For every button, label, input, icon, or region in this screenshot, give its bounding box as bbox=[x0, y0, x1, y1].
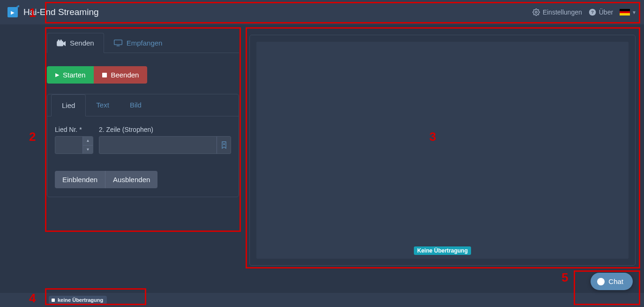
song-nr-input-wrap: ▲ ▼ bbox=[55, 136, 93, 154]
svg-point-5 bbox=[60, 39, 62, 41]
song-nr-label: Lied Nr. * bbox=[55, 126, 93, 133]
play-icon: ▶ bbox=[55, 72, 59, 78]
flag-germany-icon bbox=[620, 9, 630, 15]
svg-point-0 bbox=[535, 11, 537, 13]
stop-button[interactable]: Beenden bbox=[94, 66, 147, 84]
line2-col: 2. Zeile (Strophen) bbox=[99, 126, 231, 154]
fade-buttons: Einblenden Ausblenden bbox=[55, 171, 157, 188]
language-selector[interactable]: ▼ bbox=[620, 9, 637, 15]
svg-text:?: ? bbox=[591, 10, 594, 15]
spin-up[interactable]: ▲ bbox=[83, 137, 93, 146]
question-icon: ? bbox=[589, 8, 596, 16]
line2-input-wrap bbox=[99, 136, 231, 154]
annotation-label-4: 4 bbox=[29, 291, 36, 306]
status-dot-icon bbox=[52, 299, 55, 302]
preview-panel: Keine Übertragung bbox=[239, 28, 644, 293]
tab-receive-label: Empfangen bbox=[127, 39, 163, 47]
status-text: keine Übertragung bbox=[58, 297, 103, 303]
tab-receive[interactable]: Empfangen bbox=[104, 33, 172, 53]
stop-label: Beenden bbox=[111, 71, 139, 79]
fade-in-button[interactable]: Einblenden bbox=[55, 171, 105, 188]
preview-frame: Keine Übertragung bbox=[249, 35, 636, 266]
gear-icon bbox=[532, 8, 540, 16]
stop-icon bbox=[102, 73, 107, 77]
song-form: Lied Nr. * ▲ ▼ 2. Zeile (Strophen) bbox=[55, 126, 231, 154]
annotation-label-1: 1 bbox=[29, 6, 36, 20]
tab-text[interactable]: Text bbox=[86, 94, 120, 116]
no-transmission-badge: Keine Übertragung bbox=[414, 246, 471, 255]
controls-area: ▶ Starten Beenden Lied Text Bild Lied Nr… bbox=[47, 53, 239, 197]
chevron-down-icon: ▼ bbox=[632, 10, 637, 15]
content-card: Lied Text Bild Lied Nr. * ▲ ▼ bbox=[47, 94, 239, 197]
about-link[interactable]: ? Über bbox=[589, 8, 613, 16]
svg-rect-6 bbox=[114, 40, 122, 45]
mode-tabs: Senden Empfangen bbox=[47, 33, 239, 53]
fade-out-button[interactable]: Ausblenden bbox=[105, 171, 157, 188]
preview-canvas: Keine Übertragung bbox=[256, 42, 629, 259]
svg-rect-3 bbox=[57, 41, 63, 46]
svg-point-4 bbox=[58, 39, 60, 41]
spin-down[interactable]: ▼ bbox=[83, 146, 93, 154]
start-label: Starten bbox=[63, 71, 85, 79]
chat-icon bbox=[597, 278, 605, 285]
settings-link[interactable]: Einstellungen bbox=[532, 8, 582, 16]
chat-label: Chat bbox=[608, 277, 623, 285]
bookmark-add-button[interactable] bbox=[217, 137, 231, 154]
bookmark-plus-icon bbox=[221, 141, 227, 149]
tab-send-label: Senden bbox=[70, 39, 94, 47]
app-logo-icon bbox=[7, 7, 18, 17]
chat-button[interactable]: Chat bbox=[591, 273, 633, 290]
content-tabs: Lied Text Bild bbox=[47, 94, 239, 116]
line2-input[interactable] bbox=[99, 137, 217, 154]
song-nr-col: Lied Nr. * ▲ ▼ bbox=[55, 126, 93, 154]
tab-image[interactable]: Bild bbox=[120, 94, 152, 116]
header-right: Einstellungen ? Über ▼ bbox=[532, 8, 637, 16]
tab-song[interactable]: Lied bbox=[51, 94, 86, 116]
start-button[interactable]: ▶ Starten bbox=[47, 66, 94, 84]
broadcast-waves-icon bbox=[15, 4, 21, 10]
main-area: Senden Empfangen ▶ Starten bbox=[0, 24, 644, 293]
annotation-label-5: 5 bbox=[562, 270, 568, 285]
settings-label: Einstellungen bbox=[543, 8, 582, 16]
stream-buttons: ▶ Starten Beenden bbox=[47, 66, 239, 84]
status-bar: keine Übertragung bbox=[0, 293, 644, 307]
tab-send[interactable]: Senden bbox=[47, 33, 104, 53]
header-left: Hai-End Streaming bbox=[7, 7, 99, 17]
song-nr-input[interactable] bbox=[55, 137, 82, 154]
app-header: Hai-End Streaming Einstellungen ? Über ▼ bbox=[0, 0, 644, 24]
camera-icon bbox=[57, 39, 66, 47]
line2-label: 2. Zeile (Strophen) bbox=[99, 126, 231, 133]
about-label: Über bbox=[599, 8, 613, 16]
control-panel: Senden Empfangen ▶ Starten bbox=[47, 28, 239, 293]
monitor-icon bbox=[113, 39, 123, 46]
song-nr-spinner: ▲ ▼ bbox=[82, 137, 93, 154]
annotation-label-3: 3 bbox=[429, 130, 436, 144]
annotation-label-2: 2 bbox=[29, 130, 36, 144]
status-chip: keine Übertragung bbox=[49, 296, 107, 304]
